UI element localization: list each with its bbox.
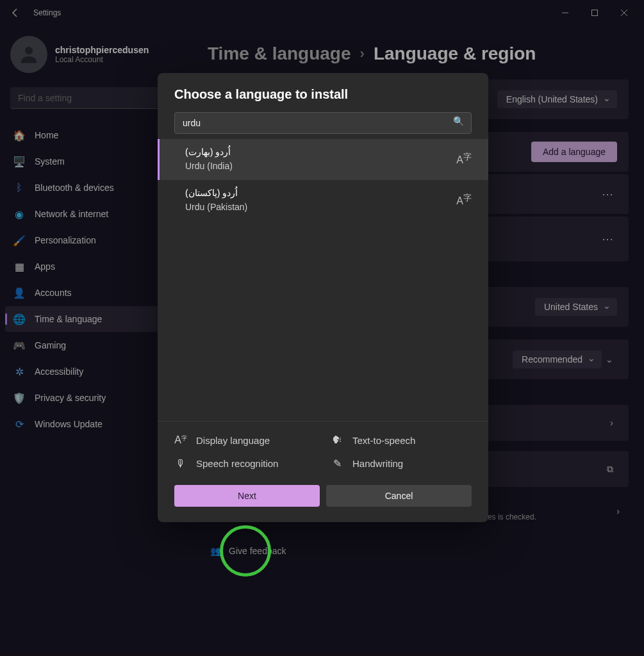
language-result[interactable]: اُردو (بھارت) Urdu (India) A字 [158, 139, 488, 180]
close-button[interactable] [609, 3, 639, 23]
feature-label: Text-to-speech [352, 435, 415, 446]
add-language-button[interactable]: Add a language [531, 142, 617, 162]
sidebar-item-label: Privacy & security [35, 393, 106, 403]
format-dropdown[interactable]: Recommended [513, 350, 602, 368]
give-feedback[interactable]: 👥 Give feedback [208, 536, 629, 566]
bluetooth-icon: ᛒ [13, 181, 26, 194]
chevron-right-icon: › [360, 45, 365, 62]
mic-icon: 🎙 [174, 458, 187, 470]
language-native: اُردو (بھارت) [185, 147, 456, 157]
chevron-right-icon: › [613, 506, 623, 516]
feature-legend: A字 Display language 🗣 Text-to-speech 🎙 S… [158, 421, 488, 482]
feature-handwriting: ✎ Handwriting [331, 457, 472, 470]
brush-icon: 🖌️ [13, 234, 26, 247]
svg-point-2 [25, 47, 33, 54]
display-language-dropdown[interactable]: English (United States) [497, 90, 617, 108]
breadcrumb-parent[interactable]: Time & language [208, 44, 351, 64]
sidebar-item-label: Accounts [35, 288, 72, 298]
tts-icon: 🗣 [331, 434, 343, 446]
chevron-down-icon[interactable]: ⌄ [602, 354, 617, 365]
feedback-icon: 👥 [210, 546, 221, 556]
apps-icon: ▦ [13, 260, 26, 273]
sidebar-item-label: System [35, 156, 65, 167]
sidebar-item-label: Windows Update [35, 419, 103, 429]
update-icon: ⟳ [13, 418, 26, 430]
feature-label: Handwriting [352, 458, 403, 469]
minimize-button[interactable] [550, 3, 580, 23]
app-title: Settings [33, 8, 61, 17]
sidebar-item-label: Home [35, 130, 58, 140]
shield-icon: 🛡️ [13, 391, 26, 404]
gaming-icon: 🎮 [13, 339, 26, 352]
feature-tts: 🗣 Text-to-speech [331, 434, 472, 446]
window-controls [550, 3, 639, 23]
breadcrumb: Time & language › Language & region [208, 44, 629, 64]
feature-speech: 🎙 Speech recognition [174, 457, 315, 470]
maximize-button[interactable] [580, 3, 609, 23]
profile-sub: Local Account [55, 55, 149, 64]
language-native: اُردو (پاکستان) [185, 188, 456, 198]
globe-icon: 🌐 [13, 313, 26, 325]
titlebar: Settings [0, 0, 644, 26]
wifi-icon: ◉ [13, 208, 26, 220]
more-button[interactable]: ⋯ [598, 184, 617, 204]
language-english: Urdu (India) [185, 161, 456, 171]
sidebar-item-label: Apps [35, 261, 55, 272]
more-button[interactable]: ⋯ [598, 229, 617, 249]
accessibility-icon: ✲ [13, 365, 26, 378]
language-install-modal: Choose a language to install 🔍 اُردو (بھ… [158, 73, 488, 522]
sidebar-item-label: Bluetooth & devices [35, 183, 114, 193]
search-icon: 🔍 [453, 116, 464, 126]
handwriting-icon: ✎ [331, 457, 343, 470]
display-lang-icon: A字 [456, 192, 472, 207]
search-input[interactable] [10, 87, 182, 109]
profile-name: christophpiercedusen [55, 45, 149, 55]
language-english: Urdu (Pakistan) [185, 202, 456, 212]
language-result[interactable]: اُردو (پاکستان) Urdu (Pakistan) A字 [158, 180, 488, 221]
country-dropdown[interactable]: United States [535, 298, 617, 316]
system-icon: 🖥️ [13, 155, 26, 168]
next-button[interactable]: Next [174, 485, 320, 507]
feedback-label: Give feedback [229, 546, 286, 556]
modal-title: Choose a language to install [158, 73, 488, 108]
sidebar-item-label: Gaming [35, 340, 66, 350]
open-icon: ⧉ [603, 464, 617, 475]
sidebar-item-label: Network & internet [35, 209, 108, 219]
sidebar-item-label: Accessibility [35, 366, 83, 377]
account-icon: 👤 [13, 286, 26, 299]
feature-display: A字 Display language [174, 434, 315, 446]
feature-label: Speech recognition [196, 458, 278, 469]
sidebar-item-label: Time & language [35, 314, 102, 324]
chevron-right-icon: › [606, 418, 617, 428]
page-title: Language & region [374, 44, 536, 64]
avatar [10, 36, 47, 73]
sidebar-item-label: Personalization [35, 235, 96, 245]
feature-label: Display language [196, 435, 270, 446]
svg-rect-1 [592, 10, 598, 16]
display-lang-icon: A字 [174, 434, 187, 446]
home-icon: 🏠 [13, 129, 26, 142]
language-search-input[interactable] [174, 112, 472, 134]
cancel-button[interactable]: Cancel [326, 485, 472, 507]
language-results-list: اُردو (بھارت) Urdu (India) A字 اُردو (پاک… [158, 139, 488, 421]
back-button[interactable] [5, 3, 26, 23]
display-lang-icon: A字 [456, 151, 472, 166]
